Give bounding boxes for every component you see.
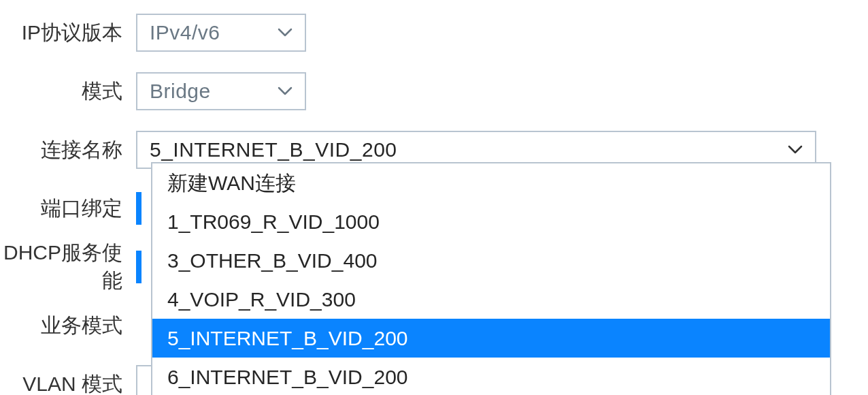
field-port-bind <box>136 192 147 225</box>
conn-name-dropdown[interactable]: 新建WAN连接 1_TR069_R_VID_1000 3_OTHER_B_VID… <box>151 162 831 395</box>
select-ip-protocol[interactable]: IPv4/v6 <box>136 14 306 52</box>
blue-indicator-bar <box>136 192 141 225</box>
dropdown-option-internet-6[interactable]: 6_INTERNET_B_VID_200 <box>152 358 830 395</box>
label-port-bind: 端口绑定 <box>0 195 136 223</box>
label-mode: 模式 <box>0 78 136 106</box>
dropdown-option-new-wan[interactable]: 新建WAN连接 <box>152 163 830 202</box>
label-vlan-mode: VLAN 模式 <box>0 370 136 396</box>
row-ip-protocol: IP协议版本 IPv4/v6 <box>0 14 868 52</box>
label-ip-protocol: IP协议版本 <box>0 19 136 47</box>
row-mode: 模式 Bridge <box>0 72 868 110</box>
label-conn-name: 连接名称 <box>0 136 136 164</box>
blue-indicator-bar <box>136 251 141 283</box>
label-dhcp-enable: DHCP服务使能 <box>0 239 136 295</box>
select-conn-name-value: 5_INTERNET_B_VID_200 <box>150 138 397 161</box>
dropdown-option-other[interactable]: 3_OTHER_B_VID_400 <box>152 241 830 280</box>
field-dhcp-enable <box>136 251 147 283</box>
label-service-mode: 业务模式 <box>0 312 136 340</box>
chevron-down-icon <box>278 28 293 37</box>
dropdown-option-internet-5[interactable]: 5_INTERNET_B_VID_200 <box>152 319 830 358</box>
chevron-down-icon <box>788 145 803 155</box>
select-mode[interactable]: Bridge <box>136 72 306 110</box>
dropdown-option-voip[interactable]: 4_VOIP_R_VID_300 <box>152 280 830 319</box>
chevron-down-icon <box>278 86 293 96</box>
select-mode-value: Bridge <box>150 80 211 103</box>
select-ip-protocol-value: IPv4/v6 <box>150 21 220 44</box>
dropdown-option-tr069[interactable]: 1_TR069_R_VID_1000 <box>152 202 830 241</box>
